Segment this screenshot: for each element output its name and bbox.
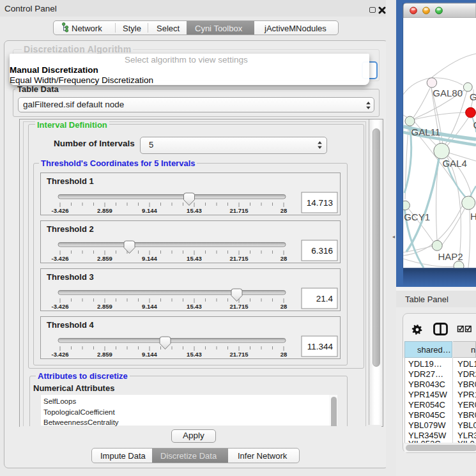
svg-text:15.43: 15.43 — [187, 207, 202, 214]
svg-text:GAL80: GAL80 — [433, 88, 463, 98]
svg-text:-3.426: -3.426 — [52, 255, 69, 262]
svg-text:6.316: 6.316 — [311, 246, 333, 256]
svg-text:GAL4: GAL4 — [442, 158, 466, 169]
svg-text:GA: GA — [470, 91, 476, 102]
svg-text:15.43: 15.43 — [187, 303, 202, 310]
svg-text:C: C — [473, 119, 476, 130]
svg-text:2.859: 2.859 — [97, 255, 112, 262]
svg-text:9.144: 9.144 — [142, 303, 157, 310]
svg-text:28: 28 — [280, 207, 288, 214]
svg-text:21.4: 21.4 — [316, 294, 334, 303]
svg-text:21.715: 21.715 — [229, 303, 249, 310]
svg-text:15.43: 15.43 — [187, 351, 202, 358]
svg-text:-3.426: -3.426 — [52, 303, 69, 310]
svg-text:GAL11: GAL11 — [411, 127, 441, 137]
svg-text:9.144: 9.144 — [142, 351, 157, 358]
svg-text:H: H — [470, 211, 476, 222]
svg-text:9.144: 9.144 — [142, 255, 157, 262]
svg-text:21.715: 21.715 — [229, 207, 249, 214]
svg-text:2.859: 2.859 — [97, 303, 112, 310]
svg-text:2.859: 2.859 — [97, 207, 112, 214]
svg-text:21.715: 21.715 — [229, 351, 249, 358]
svg-text:2.859: 2.859 — [97, 351, 112, 358]
svg-text:21.715: 21.715 — [229, 255, 249, 262]
svg-text:15.43: 15.43 — [187, 255, 202, 262]
svg-text:11.344: 11.344 — [307, 342, 334, 351]
svg-text:28: 28 — [280, 255, 288, 262]
svg-text:28: 28 — [280, 303, 288, 310]
svg-text:HAP2: HAP2 — [438, 251, 463, 262]
svg-text:-3.426: -3.426 — [52, 351, 69, 358]
svg-text:GCY1: GCY1 — [404, 211, 430, 222]
svg-text:-3.426: -3.426 — [52, 207, 69, 214]
svg-text:14.713: 14.713 — [307, 198, 333, 208]
svg-text:9.144: 9.144 — [142, 207, 157, 214]
svg-text:28: 28 — [280, 351, 288, 358]
